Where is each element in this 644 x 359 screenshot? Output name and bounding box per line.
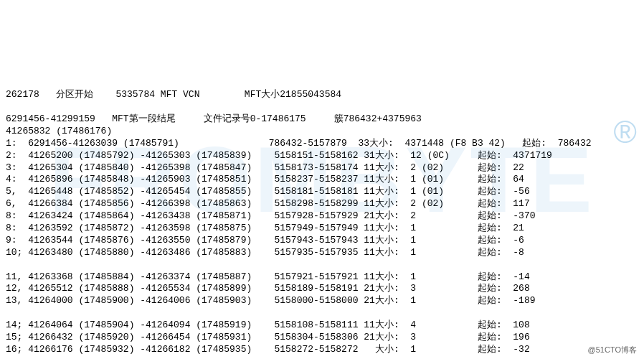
log-output: 262178 分区开始 5335784 MFT VCN MFT大小2185504… (6, 89, 638, 359)
attribution-text: @51CTO博客 (588, 345, 637, 355)
